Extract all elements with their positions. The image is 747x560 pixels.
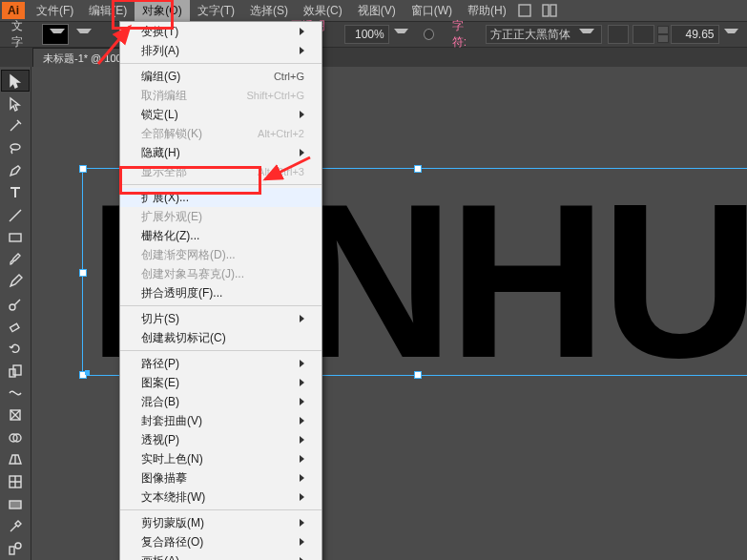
menu-type[interactable]: 文字(T)	[190, 0, 242, 22]
svg-rect-8	[13, 365, 21, 375]
recolor-icon[interactable]	[424, 29, 434, 40]
tool-eraser[interactable]	[2, 316, 29, 336]
menu-item[interactable]: 拼合透明度(F)...	[120, 283, 322, 302]
handle-s[interactable]	[414, 371, 422, 379]
menu-edit[interactable]: 编辑(E)	[81, 0, 135, 22]
handle-n[interactable]	[414, 165, 422, 173]
font-size-stepper[interactable]	[657, 26, 669, 43]
stroke-menu-icon[interactable]	[76, 29, 91, 41]
menu-item[interactable]: 创建裁切标记(C)	[120, 328, 322, 347]
font-label: 字符:	[452, 18, 476, 51]
tool-pen[interactable]	[2, 160, 29, 180]
tool-pencil[interactable]	[2, 272, 29, 292]
toolbox	[0, 67, 31, 560]
menu-item[interactable]: 画板(A)	[120, 551, 322, 560]
submenu-arrow-icon	[300, 519, 304, 527]
menu-item[interactable]: 变换(T)	[120, 22, 322, 41]
submenu-arrow-icon	[300, 455, 304, 463]
menu-item-label: 文本绕排(W)	[141, 489, 294, 506]
menu-item-label: 排列(A)	[141, 43, 294, 59]
menu-item-label: 封套扭曲(V)	[141, 413, 294, 429]
menu-view[interactable]: 视图(V)	[350, 0, 404, 22]
menu-file[interactable]: 文件(F)	[29, 0, 81, 22]
fill-swatch[interactable]	[42, 24, 69, 45]
tool-perspective[interactable]	[2, 449, 29, 469]
menu-item-label: 创建对象马赛克(J)...	[141, 266, 304, 282]
submenu-arrow-icon	[300, 398, 304, 405]
menu-item[interactable]: 编组(G)Ctrl+G	[120, 67, 322, 86]
chevron-down-icon	[579, 29, 594, 41]
menu-object[interactable]: 对象(O)	[135, 0, 189, 22]
menu-item-shortcut: Shift+Ctrl+G	[246, 90, 304, 101]
menu-item[interactable]: 图案(E)	[120, 373, 322, 392]
menu-item[interactable]: 栅格化(Z)...	[120, 226, 322, 245]
submenu-arrow-icon	[300, 417, 304, 425]
menu-item-label: 扩展外观(E)	[141, 209, 304, 225]
menu-select[interactable]: 选择(S)	[242, 0, 296, 22]
tool-blob-brush[interactable]	[2, 294, 29, 314]
menu-separator	[120, 509, 322, 510]
tool-eyedropper[interactable]	[2, 516, 29, 536]
tool-scale[interactable]	[2, 361, 29, 381]
menu-item[interactable]: 封套扭曲(V)	[120, 411, 322, 430]
app-logo: Ai	[2, 2, 25, 19]
menu-item: 取消编组Shift+Ctrl+G	[120, 86, 322, 105]
menu-item[interactable]: 实时上色(N)	[120, 449, 322, 468]
menu-item[interactable]: 锁定(L)	[120, 105, 322, 124]
opacity-input[interactable]: 100%	[344, 25, 389, 44]
svg-point-3	[10, 144, 20, 150]
menu-item[interactable]: 排列(A)	[120, 41, 322, 60]
tool-width[interactable]	[2, 383, 29, 403]
font-size-dd-icon[interactable]	[724, 29, 738, 41]
tool-brush[interactable]	[2, 250, 29, 270]
menu-item-label: 混合(B)	[141, 394, 294, 410]
tool-selection[interactable]	[1, 70, 30, 92]
font-style-select[interactable]	[608, 25, 629, 44]
menu-item-label: 创建渐变网格(D)...	[141, 247, 304, 263]
menu-item[interactable]: 路径(P)	[120, 354, 322, 373]
doc-setup-icon[interactable]	[517, 3, 536, 18]
opacity-dd-icon[interactable]	[394, 29, 408, 41]
handle-w[interactable]	[79, 269, 87, 277]
font-family-select[interactable]: 方正正大黑简体	[486, 25, 602, 44]
tool-lasso[interactable]	[2, 138, 29, 158]
menu-item: 创建对象马赛克(J)...	[120, 264, 322, 283]
menu-item[interactable]: 文本绕排(W)	[120, 487, 322, 507]
menu-item[interactable]: 复合路径(O)	[120, 532, 322, 551]
menu-item[interactable]: 透视(P)	[120, 430, 322, 449]
tool-magic-wand[interactable]	[2, 116, 29, 136]
tool-line[interactable]	[2, 205, 29, 225]
tool-rotate[interactable]	[2, 339, 29, 359]
submenu-arrow-icon	[300, 47, 304, 54]
menu-item[interactable]: 切片(S)	[120, 309, 322, 328]
svg-point-15	[15, 543, 21, 549]
submenu-arrow-icon	[300, 538, 304, 546]
tool-mesh[interactable]	[2, 472, 29, 492]
arrange-docs-icon[interactable]	[542, 3, 561, 18]
tool-rectangle[interactable]	[2, 227, 29, 247]
menu-item-label: 变换(T)	[141, 24, 294, 40]
menu-item[interactable]: 图像描摹	[120, 468, 322, 487]
font-size-input[interactable]: 49.65	[671, 25, 719, 44]
tool-shape-builder[interactable]	[2, 427, 29, 447]
tool-direct-selection[interactable]	[2, 93, 29, 114]
menu-item-label: 实时上色(N)	[141, 451, 294, 467]
tool-type[interactable]	[2, 183, 29, 203]
annotation-arrow-1	[93, 21, 141, 72]
submenu-arrow-icon	[300, 474, 304, 482]
svg-rect-1	[543, 5, 549, 16]
tool-free-transform[interactable]	[2, 405, 29, 425]
text-anchor[interactable]	[85, 370, 90, 375]
handle-nw[interactable]	[79, 165, 87, 173]
menu-item[interactable]: 混合(B)	[120, 392, 322, 411]
object-menu-dropdown: 变换(T)排列(A)编组(G)Ctrl+G取消编组Shift+Ctrl+G锁定(…	[119, 21, 322, 560]
svg-rect-13	[10, 501, 21, 508]
submenu-arrow-icon	[300, 28, 304, 35]
menu-item[interactable]: 剪切蒙版(M)	[120, 513, 322, 532]
menu-item-label: 全部解锁(K)	[141, 126, 258, 142]
tool-gradient[interactable]	[2, 494, 29, 514]
submenu-arrow-icon	[300, 379, 304, 386]
svg-rect-2	[550, 5, 556, 16]
font-size-icon	[633, 25, 654, 44]
tool-blend[interactable]	[2, 539, 29, 559]
